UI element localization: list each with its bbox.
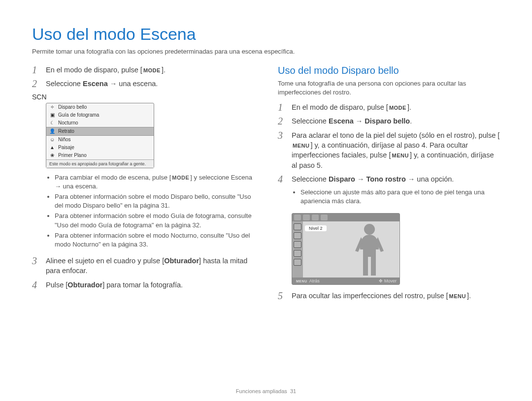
menu-button-label: MENU bbox=[292, 142, 310, 150]
disparo-bello-bold: Disparo bello bbox=[365, 117, 410, 125]
right-step-4: 4 Seleccione Disparo → Tono rostro → una… bbox=[278, 174, 500, 184]
page-intro: Permite tomar una fotografía con las opc… bbox=[32, 48, 500, 55]
svg-point-0 bbox=[364, 224, 375, 235]
scene-row: ☺Niños bbox=[46, 136, 154, 144]
bullet-text: Para cambiar el modo de escena, pulse [ bbox=[55, 174, 171, 181]
scn-badge: SCN bbox=[32, 93, 47, 101]
right-column: Uso del modo Disparo bello Tome una foto… bbox=[278, 65, 500, 305]
section-title: Uso del modo Disparo bello bbox=[278, 65, 500, 76]
scene-label: Retrato bbox=[58, 128, 74, 134]
step-number: 5 bbox=[278, 291, 287, 301]
step-text: → una escena. bbox=[108, 80, 158, 88]
mode-button-label: MODE bbox=[171, 174, 190, 182]
move-label: Mover bbox=[384, 278, 397, 283]
step-arrow: → bbox=[354, 117, 365, 125]
step-number: 4 bbox=[32, 280, 41, 290]
section-intro: Tome una fotografía de una persona con o… bbox=[278, 79, 500, 96]
cam-side-icon bbox=[294, 232, 301, 239]
right-step-1: 1 En el modo de disparo, pulse [MODE]. bbox=[278, 102, 500, 112]
step-text: Seleccione bbox=[46, 80, 83, 88]
right-step-2: 2 Seleccione Escena → Disparo bello. bbox=[278, 116, 500, 126]
step-text: Para ocultar las imperfecciones del rost… bbox=[292, 292, 448, 300]
cam-side-icon bbox=[294, 259, 301, 266]
left-bullets: Para cambiar el modo de escena, pulse [M… bbox=[46, 173, 254, 249]
left-step-4: 4 Pulse [Obturador] para tomar la fotogr… bbox=[32, 280, 254, 290]
scene-label: Primer Plano bbox=[58, 153, 87, 158]
bullet-item: Para cambiar el modo de escena, pulse [M… bbox=[55, 173, 254, 191]
menu-label-small: MENU bbox=[295, 279, 308, 283]
cam-side-icon bbox=[294, 241, 301, 248]
cam-bottombar: MENU Atrás ✥ Mover bbox=[292, 278, 399, 284]
page-title: Uso del modo Escena bbox=[32, 25, 500, 44]
cam-top-icon bbox=[303, 215, 310, 220]
scene-row-selected: 👤Retrato bbox=[46, 127, 154, 136]
right-step-5: 5 Para ocultar las imperfecciones del ro… bbox=[278, 291, 500, 301]
bullet-item: Para obtener información sobre el modo G… bbox=[55, 212, 254, 229]
shutter-bold: Obturador bbox=[67, 281, 102, 289]
scene-row: ✧Disparo bello bbox=[46, 103, 154, 111]
cam-top-icon bbox=[321, 215, 328, 220]
step-number: 2 bbox=[32, 79, 41, 89]
cam-top-icon bbox=[294, 215, 301, 220]
step-text: Seleccione bbox=[292, 175, 329, 183]
disparo-bold: Disparo bbox=[329, 175, 355, 183]
scene-label: Guía de fotograma bbox=[58, 112, 99, 118]
bullet-item: Para obtener información sobre el modo D… bbox=[55, 192, 254, 210]
shutter-bold: Obturador bbox=[164, 257, 199, 265]
footer-section: Funciones ampliadas bbox=[236, 388, 287, 394]
scene-row: ❀Primer Plano bbox=[46, 152, 154, 159]
scene-icon: ✧ bbox=[49, 104, 55, 110]
mode-button-label: MODE bbox=[142, 67, 162, 74]
step-text-end: ]. bbox=[407, 103, 411, 111]
scene-icon: ☾ bbox=[49, 120, 55, 126]
step-text-end: ]. bbox=[162, 66, 166, 74]
cam-side-icon bbox=[294, 250, 301, 257]
scene-label: Nocturno bbox=[58, 120, 78, 125]
mode-button-label: MODE bbox=[388, 104, 407, 112]
scene-icon: 👤 bbox=[49, 128, 55, 134]
step-text: Pulse [ bbox=[46, 281, 67, 289]
menu-button-label: MENU bbox=[391, 152, 410, 159]
step-number: 3 bbox=[278, 130, 287, 140]
scene-bold: Escena bbox=[329, 117, 354, 125]
scene-row: ▲Paisaje bbox=[46, 144, 154, 152]
step-text: Alinee el sujeto en el cuadro y pulse [ bbox=[46, 257, 164, 265]
scene-row: ☾Nocturno bbox=[46, 119, 154, 127]
scene-row: ▣Guía de fotograma bbox=[46, 111, 154, 119]
left-step-2: 2 Seleccione Escena → una escena. bbox=[32, 79, 254, 89]
step-text: → una opción. bbox=[406, 175, 454, 183]
scene-bold: Escena bbox=[83, 80, 108, 88]
scene-icon: ☺ bbox=[49, 137, 55, 143]
step-text: ] para tomar la fotografía. bbox=[102, 281, 183, 289]
scene-selector: ✧Disparo bello ▣Guía de fotograma ☾Noctu… bbox=[46, 103, 154, 168]
step-number: 1 bbox=[278, 102, 287, 112]
back-label: Atrás bbox=[309, 278, 320, 283]
cam-top-icon bbox=[312, 215, 319, 220]
menu-button-label: MENU bbox=[448, 293, 467, 300]
step-text: ]. bbox=[467, 292, 471, 300]
step-number: 1 bbox=[32, 65, 41, 75]
scene-label: Niños bbox=[58, 137, 71, 142]
right-step-3: 3 Para aclarar el tono de la piel del su… bbox=[278, 130, 500, 170]
step-text: . bbox=[410, 117, 412, 125]
step-number: 3 bbox=[32, 256, 41, 266]
left-step-3: 3 Alinee el sujeto en el cuadro y pulse … bbox=[32, 256, 254, 276]
left-step-1: 1 En el modo de disparo, pulse [MODE]. bbox=[32, 65, 254, 75]
scene-icon: ▣ bbox=[49, 112, 55, 118]
scene-label: Disparo bello bbox=[58, 104, 87, 110]
left-column: 1 En el modo de disparo, pulse [MODE]. 2… bbox=[32, 65, 254, 305]
scene-label: Paisaje bbox=[58, 145, 74, 150]
step-arrow: → bbox=[355, 175, 366, 183]
step-text: Seleccione bbox=[292, 117, 329, 125]
cam-side-icon bbox=[294, 223, 301, 230]
move-icon: ✥ bbox=[379, 278, 383, 283]
step-text: Para aclarar el tono de la piel del suje… bbox=[292, 131, 499, 139]
camera-preview: Nivel 2 MENU Atrás ✥ Mover bbox=[292, 213, 400, 285]
step-number: 4 bbox=[278, 174, 287, 184]
scene-icon: ▲ bbox=[49, 145, 55, 151]
step-text: En el modo de disparo, pulse [ bbox=[292, 103, 388, 111]
page-footer: Funciones ampliadas 31 bbox=[0, 388, 532, 394]
step-number: 2 bbox=[278, 116, 287, 126]
level-indicator: Nivel 2 bbox=[305, 225, 327, 231]
cam-topbar bbox=[292, 214, 399, 221]
